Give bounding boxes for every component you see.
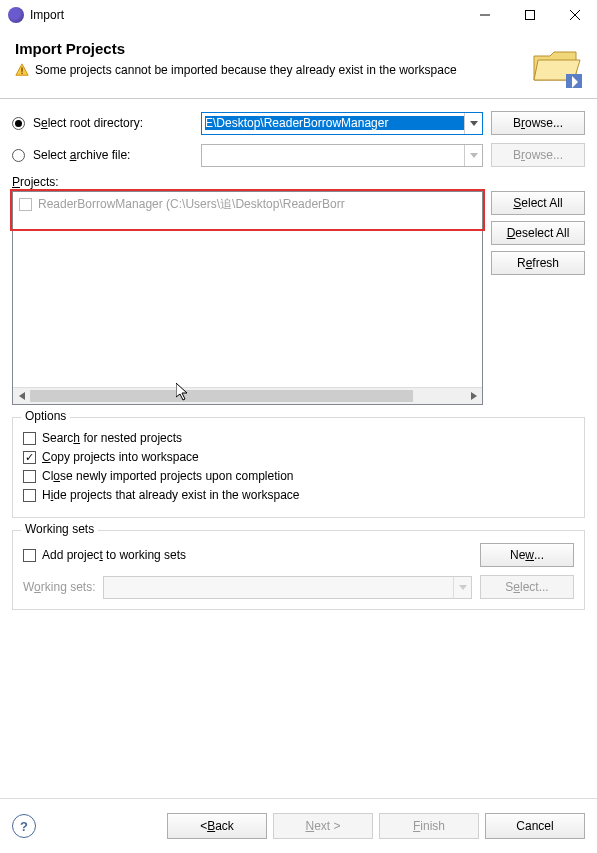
projects-label: Projects: bbox=[12, 175, 585, 189]
minimize-button[interactable] bbox=[462, 0, 507, 30]
project-item-label: ReaderBorrowManager (C:\Users\追\Desktop\… bbox=[38, 196, 345, 213]
options-legend: Options bbox=[21, 409, 70, 423]
maximize-button[interactable] bbox=[507, 0, 552, 30]
archive-file-input bbox=[201, 144, 483, 167]
warning-text: Some projects cannot be imported because… bbox=[35, 63, 457, 79]
chevron-down-icon bbox=[464, 145, 482, 166]
window-title: Import bbox=[30, 8, 462, 22]
root-directory-radio[interactable] bbox=[12, 117, 25, 130]
working-sets-group: Working sets Add project to working sets… bbox=[12, 530, 585, 610]
working-sets-legend: Working sets bbox=[21, 522, 98, 536]
close-imported-label: Close newly imported projects upon compl… bbox=[42, 469, 294, 483]
projects-list[interactable]: ReaderBorrowManager (C:\Users\追\Desktop\… bbox=[12, 191, 483, 405]
browse-root-button[interactable]: Browse... bbox=[491, 111, 585, 135]
archive-file-radio[interactable] bbox=[12, 149, 25, 162]
svg-rect-1 bbox=[525, 10, 534, 19]
wizard-content: Select root directory: E\Desktop\ReaderB… bbox=[0, 99, 597, 618]
svg-marker-12 bbox=[470, 153, 478, 158]
svg-marker-14 bbox=[471, 392, 477, 400]
scroll-left-icon[interactable] bbox=[13, 388, 30, 404]
working-sets-label: Working sets: bbox=[23, 580, 95, 594]
next-button: Next > bbox=[273, 813, 373, 839]
copy-workspace-checkbox[interactable] bbox=[23, 451, 36, 464]
svg-rect-6 bbox=[21, 73, 22, 74]
help-button[interactable]: ? bbox=[12, 814, 36, 838]
wizard-header: Import Projects Some projects cannot be … bbox=[0, 30, 597, 99]
search-nested-label: Search for nested projects bbox=[42, 431, 182, 445]
scroll-right-icon[interactable] bbox=[465, 388, 482, 404]
finish-button: Finish bbox=[379, 813, 479, 839]
svg-marker-16 bbox=[459, 585, 467, 590]
cancel-button[interactable]: Cancel bbox=[485, 813, 585, 839]
add-working-set-checkbox[interactable] bbox=[23, 549, 36, 562]
close-button[interactable] bbox=[552, 0, 597, 30]
select-working-set-button: Select... bbox=[480, 575, 574, 599]
root-directory-input[interactable]: E\Desktop\ReaderBorrowManager bbox=[201, 112, 483, 135]
chevron-down-icon bbox=[453, 577, 471, 598]
options-group: Options Search for nested projects Copy … bbox=[12, 417, 585, 518]
back-button[interactable]: < Back bbox=[167, 813, 267, 839]
svg-marker-11 bbox=[470, 121, 478, 126]
chevron-down-icon[interactable] bbox=[464, 113, 482, 134]
page-title: Import Projects bbox=[15, 40, 522, 57]
working-sets-combo bbox=[103, 576, 472, 599]
new-working-set-button[interactable]: New... bbox=[480, 543, 574, 567]
project-item: ReaderBorrowManager (C:\Users\追\Desktop\… bbox=[13, 192, 482, 217]
search-nested-checkbox[interactable] bbox=[23, 432, 36, 445]
add-working-set-label: Add project to working sets bbox=[42, 548, 186, 562]
warning-icon bbox=[15, 63, 29, 77]
import-folder-icon bbox=[530, 44, 582, 88]
browse-archive-button: Browse... bbox=[491, 143, 585, 167]
deselect-all-button[interactable]: Deselect All bbox=[491, 221, 585, 245]
svg-rect-5 bbox=[21, 67, 22, 71]
eclipse-icon bbox=[8, 7, 24, 23]
titlebar: Import bbox=[0, 0, 597, 30]
hide-existing-label: Hide projects that already exist in the … bbox=[42, 488, 299, 502]
close-imported-checkbox[interactable] bbox=[23, 470, 36, 483]
project-checkbox bbox=[19, 198, 32, 211]
hide-existing-checkbox[interactable] bbox=[23, 489, 36, 502]
copy-workspace-label: Copy projects into workspace bbox=[42, 450, 199, 464]
svg-marker-13 bbox=[19, 392, 25, 400]
wizard-footer: ? < Back Next > Finish Cancel bbox=[0, 798, 597, 853]
select-all-button[interactable]: Select All bbox=[491, 191, 585, 215]
archive-file-label: Select archive file: bbox=[33, 148, 193, 162]
horizontal-scrollbar[interactable] bbox=[13, 387, 482, 404]
root-directory-label: Select root directory: bbox=[33, 116, 193, 130]
refresh-button[interactable]: Refresh bbox=[491, 251, 585, 275]
scroll-thumb[interactable] bbox=[30, 390, 413, 402]
